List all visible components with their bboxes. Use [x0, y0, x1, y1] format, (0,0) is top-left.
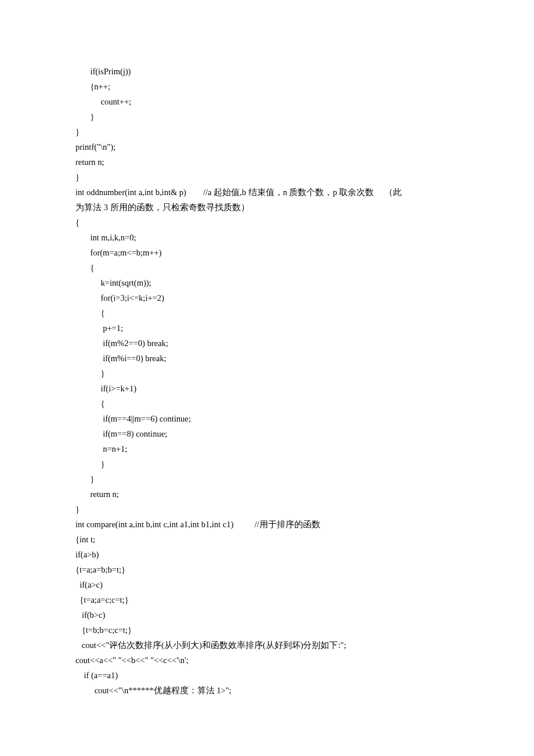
code-line: }	[75, 109, 459, 124]
code-line: cout<<a<<" "<<b<<" "<<c<<'\n';	[75, 653, 459, 668]
code-line: cout<<"评估次数排序(从小到大)和函数效率排序(从好到坏)分别如下:";	[75, 638, 459, 653]
code-line: {n++;	[75, 79, 459, 94]
code-line: cout<<"\n******优越程度：算法 1>";	[75, 683, 459, 698]
code-line: int oddnumber(int a,int b,int& p) //a 起始…	[75, 185, 459, 200]
code-line: k=int(sqrt(m));	[75, 275, 459, 290]
code-line: }	[75, 366, 459, 381]
code-line: return n;	[75, 154, 459, 170]
code-line: }	[75, 456, 459, 471]
code-line: }	[75, 471, 459, 487]
code-line: if(isPrim(j))	[75, 64, 459, 79]
code-line: if(m==4||m==6) continue;	[75, 411, 459, 426]
code-line: if(a>c)	[75, 577, 459, 592]
code-line: }	[75, 124, 459, 139]
code-line: {	[75, 215, 459, 230]
code-line: return n;	[75, 487, 459, 502]
code-line: {	[75, 305, 459, 321]
code-line: if (a==a1)	[75, 668, 459, 683]
code-line: p+=1;	[75, 321, 459, 336]
code-line: }	[75, 502, 459, 517]
code-line: if(b>c)	[75, 607, 459, 622]
code-line: if(m%2==0) break;	[75, 336, 459, 351]
code-line: int m,i,k,n=0;	[75, 230, 459, 245]
document-page: if(isPrim(j)) {n++; count++; }}printf("\…	[0, 0, 534, 756]
code-line: if(i>=k+1)	[75, 381, 459, 396]
code-line: }	[75, 170, 459, 185]
code-line: printf("\n");	[75, 139, 459, 154]
code-line: for(i=3;i<=k;i+=2)	[75, 290, 459, 305]
code-line: {t=a;a=c;c=t;}	[75, 592, 459, 607]
code-line: 为算法 3 所用的函数，只检索奇数寻找质数）	[75, 200, 459, 215]
code-line: for(m=a;m<=b;m++)	[75, 245, 459, 260]
code-line: n=n+1;	[75, 441, 459, 456]
code-line: if(m%i==0) break;	[75, 351, 459, 366]
code-line: int compare(int a,int b,int c,int a1,int…	[75, 517, 459, 532]
code-line: {	[75, 260, 459, 275]
code-line: {int t;	[75, 532, 459, 547]
code-line: count++;	[75, 94, 459, 109]
code-line: {t=b;b=c;c=t;}	[75, 622, 459, 638]
code-line: if(m==8) continue;	[75, 426, 459, 441]
code-line: {	[75, 396, 459, 411]
code-line: if(a>b)	[75, 547, 459, 562]
code-line: {t=a;a=b;b=t;}	[75, 562, 459, 577]
